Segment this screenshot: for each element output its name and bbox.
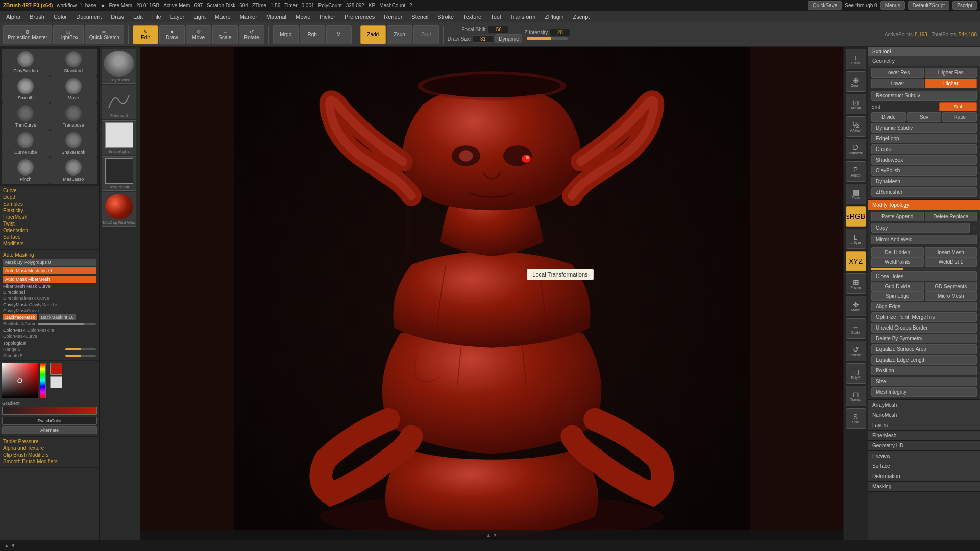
- brush-trimcurve[interactable]: TrimCurve: [2, 103, 50, 130]
- frame-tool-button[interactable]: ⊞ Frame: [846, 273, 866, 294]
- solo-tool-button[interactable]: S Solo: [846, 408, 866, 429]
- orientation-label[interactable]: Orientation: [3, 228, 96, 233]
- actual-tool-button[interactable]: ⊡ Actual: [846, 94, 866, 114]
- range-slider[interactable]: [65, 348, 96, 350]
- lower-button[interactable]: Lower: [871, 79, 924, 88]
- smt-button[interactable]: Smt: [939, 102, 977, 111]
- fibermesh-label[interactable]: FiberMesh: [3, 214, 96, 220]
- gd-segments-button[interactable]: GD Segments: [925, 282, 977, 291]
- delete-symmetry-button[interactable]: Delete By Symmetry: [871, 334, 977, 343]
- lower-res-button[interactable]: Lower Res: [871, 68, 924, 78]
- menu-light[interactable]: Light: [189, 13, 210, 21]
- polyf-tool-button[interactable]: ▦ PolyF: [846, 363, 866, 384]
- projection-master-button[interactable]: ⚙ Projection Master: [3, 25, 52, 44]
- brush-thumb-alpha[interactable]: BrushAlpha: [102, 120, 136, 155]
- elasticity-label[interactable]: Elasticity: [3, 208, 96, 213]
- brush-transpose[interactable]: Transpose: [50, 103, 97, 130]
- quick-sketch-button[interactable]: ✏ Quick Sketch: [85, 25, 124, 44]
- rotate-button[interactable]: ↺ Rotate: [239, 25, 264, 44]
- menu-zplugin[interactable]: ZPlugin: [541, 13, 568, 21]
- clip-brush-label[interactable]: Clip Brush Modifiers: [3, 452, 96, 458]
- mask-by-polygroups[interactable]: Mask By Polygroups 0: [3, 259, 96, 266]
- curve-label[interactable]: Curve: [3, 188, 96, 193]
- cavitymask-label[interactable]: CavityMask: [3, 302, 27, 307]
- surface-header[interactable]: Surface: [868, 461, 980, 471]
- background-color-swatch[interactable]: [50, 376, 62, 388]
- size-button[interactable]: Size: [871, 377, 977, 386]
- move-tool-button[interactable]: ✥ Move: [846, 296, 866, 316]
- spin-edge-button[interactable]: Spin Edge: [871, 291, 924, 301]
- menu-stroke[interactable]: Stroke: [433, 13, 458, 21]
- array-mesh-header[interactable]: ArrayMesh: [868, 400, 980, 410]
- brush-move[interactable]: Move: [50, 76, 97, 103]
- zsub-button[interactable]: Zsub: [387, 25, 412, 44]
- brush-standard[interactable]: Standard: [50, 49, 97, 76]
- zcut-button[interactable]: Zcut: [413, 25, 439, 44]
- samples-label[interactable]: Samples: [3, 201, 96, 207]
- viewport[interactable]: Local Transformations ▲ ▼: [140, 47, 843, 540]
- tablet-pressure-label[interactable]: Tablet Pressure: [3, 439, 96, 444]
- draw-button[interactable]: ✦ Draw: [159, 25, 185, 44]
- edgeloop-button[interactable]: EdgeLoop: [871, 134, 977, 143]
- mirror-weld-button[interactable]: Mirror And Weld: [871, 235, 977, 244]
- auto-mask-mesh-insert[interactable]: Auto Mask Mesh Insert: [3, 267, 96, 274]
- menu-alpha[interactable]: Alpha: [2, 13, 24, 21]
- auto-mask-fibermesh[interactable]: Auto Mask FiberMesh: [3, 276, 96, 283]
- crease-button[interactable]: Crease: [871, 144, 977, 154]
- menu-stencil[interactable]: Stencil: [407, 13, 432, 21]
- z-intensity-value[interactable]: 20: [550, 29, 570, 36]
- brush-claybuildup[interactable]: ClayBuildup: [2, 49, 50, 76]
- geometry-header[interactable]: Geometry: [868, 56, 980, 66]
- aahalf-tool-button[interactable]: ½ AAHalf: [846, 116, 866, 137]
- switchcolor-button[interactable]: SwitchColor: [2, 417, 97, 425]
- m-button[interactable]: M: [326, 25, 352, 44]
- depth-label[interactable]: Depth: [3, 194, 96, 200]
- layers-header[interactable]: Layers: [868, 420, 980, 430]
- hue-strip[interactable]: [40, 363, 46, 398]
- dynamic-subdiv-button[interactable]: Dynamic Subdiv: [871, 123, 977, 133]
- srgb-tool-button[interactable]: sRGB: [846, 206, 866, 227]
- brush-snakehook[interactable]: SnakeHook: [50, 130, 97, 157]
- paste-append-button[interactable]: Paste Append: [871, 212, 924, 221]
- mrgb-button[interactable]: Mrgb: [273, 25, 299, 44]
- alpha-texture-label[interactable]: Alpha and Texture: [3, 445, 96, 451]
- colormask-label[interactable]: ColorMask: [3, 328, 25, 333]
- suv-button[interactable]: Suv: [907, 112, 942, 122]
- menu-color[interactable]: Color: [50, 13, 71, 21]
- higher-res-button[interactable]: Higher Res: [925, 68, 977, 78]
- auto-masking-label[interactable]: Auto Masking: [3, 252, 96, 258]
- weld-dist-button[interactable]: WeldDist 1: [925, 257, 977, 267]
- modify-topology-header[interactable]: Modify Topology: [868, 200, 980, 210]
- menu-zscript[interactable]: Zscript: [569, 13, 594, 21]
- micro-mesh-button[interactable]: Micro Mesh: [925, 291, 977, 301]
- gradient-strip[interactable]: [2, 407, 97, 415]
- menu-material[interactable]: Material: [262, 13, 290, 21]
- dynamic-tool-button[interactable]: D Dynamic: [846, 139, 866, 159]
- menu-transform[interactable]: Transform: [506, 13, 540, 21]
- foreground-color-swatch[interactable]: [50, 363, 62, 375]
- modifiers-label[interactable]: Modifiers: [3, 241, 96, 246]
- brush-curvetube[interactable]: CurveTube: [2, 130, 50, 157]
- zadd-button[interactable]: Zadd: [360, 25, 386, 44]
- menu-edit[interactable]: Edit: [129, 13, 147, 21]
- default-zscript-button[interactable]: DefaultZScript: [908, 1, 949, 10]
- equalize-surface-button[interactable]: Equalize Surface Area: [871, 344, 977, 354]
- weld-slider[interactable]: [871, 268, 977, 270]
- brush-pinch[interactable]: Pinch: [2, 157, 50, 184]
- nano-mesh-header[interactable]: NanoMesh: [868, 410, 980, 420]
- rotate-tool-button[interactable]: ↺ Rotate: [846, 341, 866, 361]
- masking-header[interactable]: Masking: [868, 482, 980, 491]
- delete-replace-button[interactable]: Delete Replace: [925, 212, 977, 221]
- smooth-slider[interactable]: [65, 355, 96, 357]
- zremesher-button[interactable]: ZRemesher: [871, 187, 977, 197]
- scale-tool-button[interactable]: ↔ Scale: [846, 318, 866, 339]
- menu-picker[interactable]: Picker: [315, 13, 339, 21]
- brush-thumb-freehand[interactable]: Freehand: [102, 85, 136, 119]
- menu-tool[interactable]: Tool: [486, 13, 505, 21]
- menus-button[interactable]: Menus: [880, 1, 905, 10]
- alternate-button[interactable]: Alternate: [2, 426, 97, 434]
- menu-document[interactable]: Document: [72, 13, 106, 21]
- directional[interactable]: Directional: [3, 290, 96, 295]
- focal-shift-value[interactable]: -56: [488, 26, 508, 33]
- zoom-tool-button[interactable]: ⊕ Zoom: [846, 71, 866, 92]
